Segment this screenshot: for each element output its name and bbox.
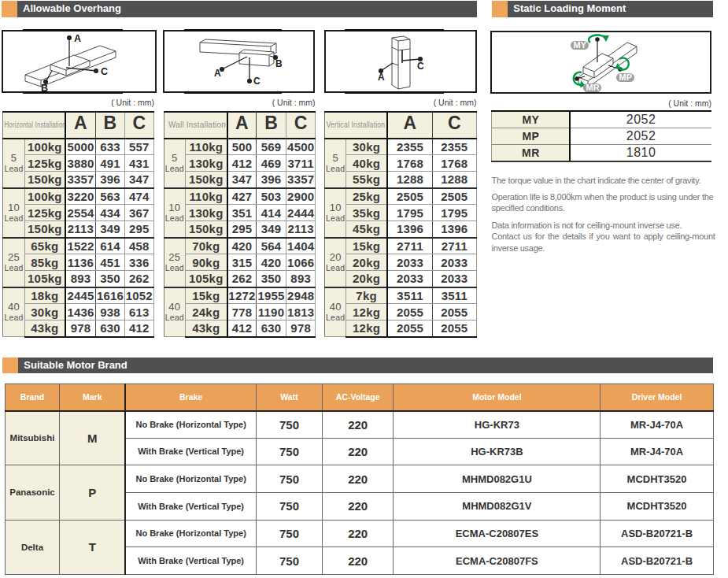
svg-text:B: B	[41, 83, 48, 94]
svg-text:A: A	[378, 72, 385, 83]
svg-text:MP: MP	[619, 72, 633, 82]
svg-text:A: A	[74, 33, 81, 44]
svg-text:A: A	[214, 68, 221, 79]
svg-text:C: C	[101, 66, 108, 77]
svg-text:MR: MR	[586, 83, 600, 92]
svg-text:MY: MY	[574, 40, 587, 50]
svg-text:B: B	[275, 58, 283, 69]
svg-text:C: C	[417, 61, 424, 72]
svg-text:C: C	[253, 76, 261, 87]
